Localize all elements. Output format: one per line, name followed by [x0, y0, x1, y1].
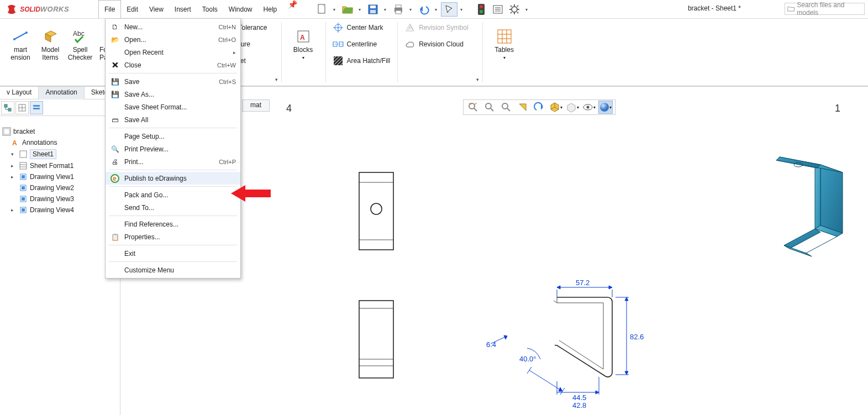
menu-view[interactable]: View — [144, 0, 169, 18]
zoom-fit-button[interactable] — [466, 101, 480, 114]
pin-icon[interactable]: 📌 — [288, 0, 297, 18]
redo-view-button[interactable] — [532, 101, 546, 114]
blocks-button[interactable]: A Blocks▾ — [288, 22, 318, 60]
file-save-sheet-format[interactable]: Save Sheet Format... — [106, 101, 240, 113]
appearance-button[interactable]: ▾ — [598, 101, 613, 114]
tree-sheet[interactable]: ▾ Sheet1 — [2, 148, 118, 160]
section-icon — [517, 102, 528, 113]
tables-button[interactable]: Tables▾ — [490, 22, 519, 60]
tab-annotation[interactable]: Annotation — [39, 87, 84, 99]
new-doc-button[interactable]: ▾ — [314, 2, 330, 17]
options-button[interactable] — [490, 2, 506, 17]
panel-tab-2[interactable] — [15, 101, 29, 114]
center-mark-icon — [333, 22, 344, 33]
panel-tab-3[interactable] — [30, 101, 43, 114]
file-publish-edrawings[interactable]: ePublish to eDrawings — [106, 172, 240, 185]
revision-cloud-button[interactable]: Revision Cloud — [404, 39, 468, 50]
section-view-button[interactable] — [515, 101, 530, 114]
menu-help[interactable]: Help — [258, 0, 283, 18]
svg-rect-3 — [370, 6, 376, 8]
tab-view-layout[interactable]: v Layout — [0, 87, 39, 99]
file-find-references[interactable]: Find References... — [106, 218, 240, 230]
tree-annotations[interactable]: A Annotations — [2, 137, 118, 148]
panel-tab-1[interactable] — [1, 101, 14, 114]
redo-icon — [534, 102, 545, 113]
file-save-as[interactable]: 💾Save As... — [106, 88, 240, 101]
view-orient-button[interactable]: ▾ — [549, 101, 563, 114]
document-title: bracket - Sheet1 * — [688, 4, 741, 12]
display-style-button[interactable]: ▾ — [565, 101, 580, 114]
expand-icon[interactable]: ▸ — [11, 163, 17, 169]
hide-show-button[interactable]: ▾ — [582, 101, 596, 114]
drawing-icon — [2, 127, 11, 136]
tables-icon — [496, 28, 513, 45]
svg-point-91 — [587, 106, 590, 109]
smart-dimension-button[interactable]: mart ension — [6, 22, 35, 85]
file-pack-and-go[interactable]: Pack and Go... — [106, 188, 240, 201]
file-print-preview[interactable]: 🔍Print Preview... — [106, 143, 240, 155]
model-items-button[interactable]: Model Items — [35, 22, 65, 85]
undo-button[interactable]: ▾ — [415, 2, 432, 17]
traffic-button[interactable] — [473, 2, 490, 17]
search-placeholder: Search files and models — [797, 1, 864, 17]
tree-root[interactable]: bracket — [2, 126, 118, 137]
grid-icon — [18, 104, 26, 112]
svg-marker-114 — [596, 391, 599, 394]
area-hatch-button[interactable]: Area Hatch/Fill — [333, 55, 391, 66]
ribbon-dd-2[interactable]: ▾ — [475, 19, 481, 86]
drawing-view-top — [355, 170, 399, 253]
select-button[interactable]: ▾ — [441, 2, 457, 17]
file-properties[interactable]: 📋Properties... — [106, 230, 240, 243]
file-open[interactable]: 📂Open...Ctrl+O — [106, 33, 240, 46]
svg-marker-103 — [609, 286, 612, 289]
settings-button[interactable]: ▾ — [506, 2, 523, 17]
file-send-to[interactable]: Send To... — [106, 201, 240, 214]
save-button[interactable]: ▾ — [365, 2, 381, 17]
file-save[interactable]: 💾SaveCtrl+S — [106, 75, 240, 88]
file-exit[interactable]: Exit — [106, 247, 240, 260]
prev-view-button[interactable] — [499, 101, 513, 114]
brand-solid: SOLID — [20, 6, 40, 13]
callout-arrow-icon — [231, 185, 271, 202]
menu-file[interactable]: File — [98, 0, 121, 18]
file-print[interactable]: 🖨Print...Ctrl+P — [106, 155, 240, 168]
zoom-area-button[interactable] — [482, 101, 497, 114]
tree-sheet-format[interactable]: ▸ Sheet Format1 — [2, 160, 118, 171]
tree-dv3[interactable]: Drawing View3 — [2, 193, 118, 204]
search-input[interactable]: Search files and models — [785, 3, 865, 15]
tree-dv4[interactable]: ▸ Drawing View4 — [2, 204, 118, 216]
hatch-icon — [333, 55, 344, 66]
file-save-all[interactable]: 🗃Save All — [106, 113, 240, 126]
menu-edit[interactable]: Edit — [121, 0, 144, 18]
tree-dv1[interactable]: ▸ Drawing View1 — [2, 171, 118, 182]
open-folder-icon — [341, 3, 354, 15]
file-page-setup[interactable]: Page Setup... — [106, 130, 240, 143]
menu-window[interactable]: Window — [223, 0, 258, 18]
menu-tools[interactable]: Tools — [197, 0, 223, 18]
sphere-icon — [599, 102, 609, 112]
expand-icon[interactable]: ▸ — [11, 174, 17, 180]
expand-icon[interactable]: ▸ — [11, 207, 17, 213]
panel-toolbar — [0, 99, 120, 116]
sheet-tab[interactable]: mat — [242, 99, 270, 112]
properties-icon: 📋 — [109, 233, 121, 241]
tree-dv2[interactable]: Drawing View2 — [2, 182, 118, 193]
drawing-view-side: 57.2 82.6 6.4 40.0° 44.5 42.8 — [474, 271, 651, 414]
collapse-icon[interactable]: ▾ — [11, 151, 17, 157]
ribbon-dd-1[interactable]: ▾ — [273, 19, 280, 86]
open-doc-button[interactable]: ▾ — [339, 2, 356, 17]
svg-rect-4 — [370, 10, 376, 13]
svg-rect-80 — [22, 197, 25, 201]
center-mark-button[interactable]: Center Mark — [333, 22, 391, 33]
svg-line-25 — [14, 33, 27, 39]
centerline-button[interactable]: Centerline — [333, 39, 391, 50]
print-button[interactable]: ▾ — [390, 2, 407, 17]
file-open-recent[interactable]: Open Recent▸ — [106, 46, 240, 59]
file-customize-menu[interactable]: Customize Menu — [106, 264, 240, 276]
file-new[interactable]: 🗋New...Ctrl+N — [106, 20, 240, 33]
spell-checker-button[interactable]: Abc Spell Checker — [65, 22, 95, 85]
svg-marker-118 — [559, 387, 562, 391]
menu-insert[interactable]: Insert — [169, 0, 197, 18]
cursor-icon — [444, 4, 454, 14]
file-close[interactable]: 🗙CloseCtrl+W — [106, 59, 240, 71]
